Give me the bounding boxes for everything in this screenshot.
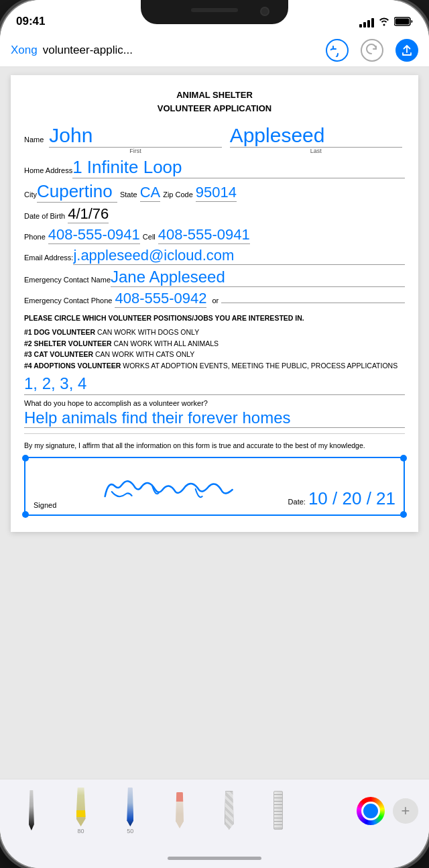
goal-question: What do you hope to accomplish as a volu… bbox=[24, 399, 405, 407]
sig-image bbox=[62, 466, 282, 509]
phone-frame: 09:41 Xong volunteer-applic... bbox=[0, 0, 429, 868]
doc-title: ANIMAL SHELTER VOLUNTEER APPLICATION bbox=[24, 89, 405, 115]
state-value[interactable]: CA bbox=[140, 184, 161, 202]
wifi-icon bbox=[378, 17, 390, 28]
position-3: #3 CAT VOLUNTEER CAN WORK WITH CATS ONLY bbox=[24, 349, 405, 360]
blue-pen-label: 50 bbox=[127, 828, 133, 834]
sig-area[interactable]: Signed Date: bbox=[24, 457, 405, 516]
phone-row: Phone 408-555-0941 Cell 408-555-0941 bbox=[24, 226, 405, 244]
first-sublabel: First bbox=[52, 148, 219, 154]
battery-icon bbox=[394, 17, 413, 28]
cell-value[interactable]: 408-555-0941 bbox=[158, 226, 250, 244]
emerg-name-row: Emergency Contact Name Jane Appleseed bbox=[24, 268, 405, 287]
nav-actions bbox=[326, 39, 418, 62]
hatch-icon bbox=[225, 791, 234, 830]
phone-value[interactable]: 408-555-0941 bbox=[48, 226, 140, 244]
home-indicator bbox=[0, 848, 429, 868]
sig-date: Date: 10 / 20 / 21 bbox=[288, 488, 395, 509]
eraser-icon bbox=[176, 792, 184, 828]
ruler-body bbox=[273, 791, 283, 830]
address-value[interactable]: 1 Infinite Loop bbox=[72, 157, 405, 178]
sig-date-value[interactable]: 10 / 20 / 21 bbox=[308, 488, 395, 509]
pen-icon bbox=[29, 790, 34, 830]
speaker bbox=[191, 8, 238, 12]
undo-button[interactable] bbox=[326, 39, 349, 62]
nav-bar: Xong volunteer-applic... bbox=[0, 34, 429, 67]
emerg-phone-value[interactable]: 408-555-0942 bbox=[115, 290, 206, 308]
highlighter-body bbox=[76, 788, 86, 826]
first-name-value[interactable]: John bbox=[49, 124, 221, 148]
hatch-body bbox=[225, 791, 234, 830]
sig-row: Signed Date: bbox=[31, 461, 398, 512]
zip-label: Zip Code bbox=[163, 191, 193, 199]
document-page: ANIMAL SHELTER VOLUNTEER APPLICATION Nam… bbox=[11, 75, 418, 532]
last-name-value[interactable]: Appleseed bbox=[230, 124, 402, 148]
goal-value[interactable]: Help animals find their forever homes bbox=[24, 409, 405, 428]
back-button[interactable]: Xong bbox=[11, 44, 38, 57]
dob-row: Date of Birth 4/1/76 bbox=[24, 205, 405, 223]
address-label: Home Address bbox=[24, 166, 72, 174]
emerg-name-value[interactable]: Jane Appleseed bbox=[111, 268, 405, 287]
drawing-toolbar: 80 50 bbox=[0, 779, 429, 848]
sig-corner-tl bbox=[22, 455, 29, 462]
eraser-tool[interactable] bbox=[159, 792, 200, 830]
color-picker-button[interactable] bbox=[357, 797, 385, 825]
share-button[interactable] bbox=[395, 39, 418, 62]
blue-pen-tool[interactable]: 50 bbox=[109, 788, 151, 834]
ruler-tool[interactable] bbox=[258, 791, 300, 831]
eraser-body bbox=[176, 792, 184, 828]
hatch-tool[interactable] bbox=[208, 791, 250, 831]
divider bbox=[24, 433, 405, 434]
emerg-phone-label: Emergency Contact Phone bbox=[24, 296, 112, 305]
highlighter-band bbox=[76, 810, 86, 817]
blue-pen-icon bbox=[127, 788, 133, 826]
signal-icon bbox=[359, 18, 374, 28]
dob-value[interactable]: 4/1/76 bbox=[68, 205, 109, 223]
pen-tool[interactable] bbox=[11, 790, 52, 832]
city-value[interactable]: Cupertino bbox=[37, 181, 117, 203]
position-1: #1 DOG VOLUNTEER CAN WORK WITH DOGS ONLY bbox=[24, 327, 405, 338]
home-bar bbox=[168, 857, 261, 860]
sig-corner-tr bbox=[400, 455, 407, 462]
highlighter-label: 80 bbox=[78, 828, 84, 834]
highlighter-icon bbox=[76, 788, 86, 826]
notch bbox=[141, 0, 288, 24]
positions-list: #1 DOG VOLUNTEER CAN WORK WITH DOGS ONLY… bbox=[24, 327, 405, 372]
redo-button[interactable] bbox=[361, 39, 383, 62]
address-row: Home Address 1 Infinite Loop bbox=[24, 157, 405, 178]
zip-value[interactable]: 95014 bbox=[196, 184, 237, 202]
svg-rect-1 bbox=[395, 19, 410, 25]
position-2: #2 SHELTER VOLUNTEER CAN WORK WITH ALL A… bbox=[24, 338, 405, 349]
highlighter-tool[interactable]: 80 bbox=[60, 788, 102, 834]
emerg-phone-alt[interactable] bbox=[221, 303, 405, 303]
emerg-name-label: Emergency Contact Name bbox=[24, 276, 111, 284]
email-row: Email Address: j.appleseed@icloud.com bbox=[24, 247, 405, 265]
last-sublabel: Last bbox=[233, 148, 400, 154]
first-name-block: John First bbox=[49, 124, 221, 154]
add-tool-button[interactable]: + bbox=[393, 798, 418, 824]
selected-positions[interactable]: 1, 2, 3, 4 bbox=[24, 374, 405, 395]
status-time: 09:41 bbox=[16, 15, 45, 28]
sig-date-label: Date: bbox=[288, 498, 306, 506]
sig-label: Signed bbox=[34, 501, 56, 509]
sig-corner-bl bbox=[22, 511, 29, 518]
content-area[interactable]: ANIMAL SHELTER VOLUNTEER APPLICATION Nam… bbox=[0, 67, 429, 779]
instructions-block: PLEASE CIRCLE WHICH VOLUNTEER POSITIONS/… bbox=[24, 313, 405, 324]
nav-title: volunteer-applic... bbox=[43, 44, 133, 57]
plus-icon: + bbox=[402, 802, 410, 820]
name-label: Name bbox=[24, 135, 44, 144]
city-label: City bbox=[24, 191, 37, 199]
position-4: #4 ADOPTIONS VOLUNTEER WORKS AT ADOPTION… bbox=[24, 360, 405, 372]
state-label: State bbox=[120, 191, 137, 199]
dob-label: Date of Birth bbox=[24, 212, 65, 220]
name-row: Name John First Appleseed Last bbox=[24, 124, 405, 154]
phone-screen: 09:41 Xong volunteer-applic... bbox=[0, 0, 429, 868]
email-label: Email Address: bbox=[24, 254, 73, 262]
emerg-or-label: or bbox=[212, 296, 219, 305]
email-value[interactable]: j.appleseed@icloud.com bbox=[73, 247, 405, 265]
instructions-text: PLEASE CIRCLE WHICH VOLUNTEER POSITIONS/… bbox=[24, 313, 405, 324]
ruler-icon bbox=[273, 791, 283, 830]
ruler-lines bbox=[274, 792, 282, 829]
last-name-block: Appleseed Last bbox=[230, 124, 402, 154]
cell-label: Cell bbox=[143, 233, 156, 241]
